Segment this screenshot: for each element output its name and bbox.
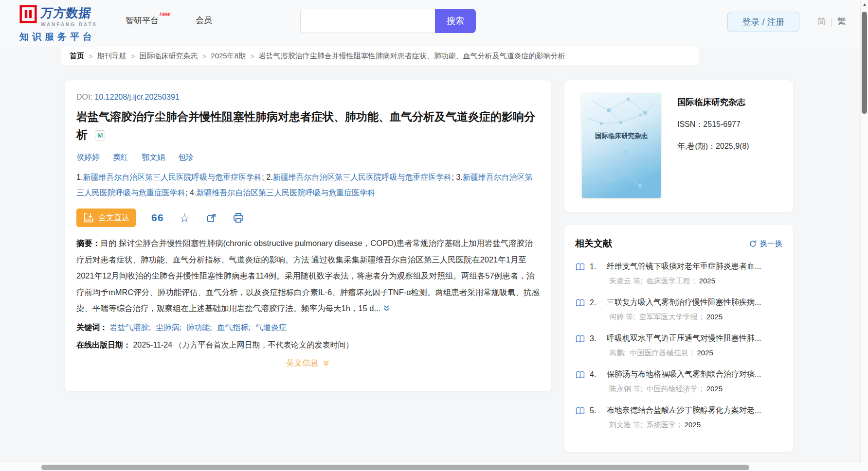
related-item-title[interactable]: 呼吸机双水平气道正压通气对慢性阻塞性肺...	[607, 333, 782, 344]
vertical-scrollbar[interactable]: ▲	[860, 0, 868, 463]
keyword-separator: ;	[179, 323, 181, 331]
new-badge: new	[160, 11, 170, 17]
related-item-title[interactable]: 布地奈德结合盐酸左沙丁胺醇雾化方案对老...	[607, 405, 782, 416]
related-item-year: 2025	[685, 420, 701, 429]
breadcrumb-item-issue[interactable]: 2025年8期	[211, 52, 246, 61]
share-export-icon[interactable]	[206, 212, 217, 224]
breadcrumb-separator: >	[202, 52, 207, 60]
print-icon[interactable]	[233, 212, 244, 224]
related-item-year: 2025	[706, 313, 723, 321]
fulltext-button[interactable]: free 全文直达	[76, 209, 136, 227]
vertical-scrollbar-thumb[interactable]	[862, 12, 867, 114]
related-item-source: 临床医学工程；	[647, 277, 698, 285]
lang-simplified[interactable]: 简	[817, 16, 826, 27]
brand-logo[interactable]: 万方数据 WANFANG DATA 知识服务平台	[19, 5, 97, 43]
related-item-meta: 何婷 等; 空军军医大学学报；2025	[609, 313, 782, 322]
nav-membership[interactable]: 会员	[196, 15, 212, 26]
related-item-title[interactable]: 三联复方吸入气雾剂治疗慢性阻塞性肺疾病...	[607, 297, 782, 308]
keywords-label: 关键词：	[76, 323, 108, 331]
scroll-up-arrow-icon[interactable]: ▲	[861, 2, 868, 7]
related-item-source: 中国药物经济学；	[647, 384, 705, 393]
breadcrumb-separator: >	[131, 52, 135, 60]
article-title-text: 岩盐气溶胶治疗尘肺合并慢性阻塞性肺病对患者症状、肺功能、血气分析及气道炎症的影响…	[76, 110, 535, 141]
abstract: 摘要：目的 探讨尘肺合并慢性阻塞性肺病(chronic obstructive …	[76, 235, 540, 318]
nav-zhiyan-platform[interactable]: 智研平台new	[126, 15, 169, 26]
keyword-separator: ;	[248, 323, 250, 331]
keyword-link[interactable]: 气道炎症	[255, 323, 287, 331]
related-item-authors: 陈永钢 等;	[609, 384, 642, 393]
related-articles-card: 相关文献 换一换 1. 纤维支气管镜下吸痰对老年重症肺炎患者血... 朱凌云 等…	[564, 225, 793, 452]
book-icon	[575, 334, 585, 343]
related-item-number: 1.	[590, 262, 602, 271]
breadcrumb-item-journal[interactable]: 国际临床研究杂志	[140, 52, 198, 61]
pubdate-label: 在线出版日期：	[76, 341, 131, 349]
affiliation-link[interactable]: 新疆维吾尔自治区第三人民医院呼吸与危重症医学科	[196, 189, 375, 197]
keyword-separator: ;	[148, 323, 150, 331]
journal-cover[interactable]: 国际临床研究杂志	[582, 93, 661, 198]
lang-traditional[interactable]: 繁	[837, 16, 846, 27]
refresh-label: 换一换	[760, 239, 783, 249]
breadcrumb-item-home[interactable]: 首页	[70, 52, 84, 61]
related-item-authors: 何婷 等;	[609, 313, 635, 321]
related-item-meta: 朱凌云 等; 临床医学工程；2025	[609, 277, 782, 286]
related-item-number: 4.	[590, 370, 602, 379]
favorite-star-icon[interactable]: ☆	[179, 212, 190, 224]
doi-label: DOI:	[76, 93, 94, 101]
affiliation-link[interactable]: 新疆维吾尔自治区第三人民医院呼吸与危重症医学科	[83, 173, 262, 181]
keyword-link[interactable]: 尘肺病	[156, 323, 179, 331]
search-input[interactable]	[300, 9, 435, 33]
fulltext-label: 全文直达	[98, 213, 129, 223]
journal-cover-title: 国际临床研究杂志	[595, 132, 648, 140]
related-item-source: 空军军医大学学报；	[639, 313, 705, 321]
article-card: DOI: 10.12208/j.ijcr.20250391 岩盐气溶胶治疗尘肺合…	[65, 80, 551, 391]
related-item-source: 中国医疗器械信息；	[630, 349, 696, 357]
refresh-icon	[749, 240, 757, 248]
login-register-button[interactable]: 登录 / 注册	[727, 12, 799, 32]
related-item-title[interactable]: 保肺汤与布地格福吸入气雾剂联合治疗对痰...	[607, 369, 782, 380]
journal-info-card: 国际临床研究杂志 国际临床研究杂志 ISSN：2515-6977 年,卷(期)：…	[564, 80, 793, 212]
search-button[interactable]: 搜索	[435, 9, 476, 33]
related-item-source: 系统医学；	[647, 420, 683, 429]
related-item-authors: 高鹏;	[609, 349, 626, 357]
related-item-year: 2025	[699, 277, 715, 285]
keyword-link[interactable]: 血气指标	[217, 323, 248, 331]
breadcrumb-separator: >	[89, 52, 93, 60]
wanfang-logo-icon	[19, 5, 37, 23]
related-item-title[interactable]: 纤维支气管镜下吸痰对老年重症肺炎患者血...	[607, 262, 782, 272]
pubdate-value: 2025-11-24	[133, 341, 172, 349]
author-link[interactable]: 侯婷婷	[76, 153, 100, 163]
affiliation-number: 1.	[76, 173, 83, 181]
doi-link[interactable]: 10.12208/j.ijcr.20250391	[94, 93, 179, 101]
horizontal-scrollbar[interactable]	[0, 463, 868, 471]
abstract-text: 目的 探讨尘肺合并慢性阻塞性肺病(chronic obstructive pul…	[76, 239, 540, 313]
english-info-label: 英文信息	[286, 358, 318, 367]
affiliation-separator: ;	[262, 173, 266, 181]
affiliation-list: 1.新疆维吾尔自治区第三人民医院呼吸与危重症医学科; 2.新疆维吾尔自治区第三人…	[76, 170, 540, 201]
refresh-related-button[interactable]: 换一换	[749, 239, 783, 249]
page: 万方数据 WANFANG DATA 知识服务平台 智研平台new 会员 搜索 登…	[0, 0, 868, 471]
affiliation-number: 4.	[190, 189, 196, 197]
expand-abstract-icon[interactable]	[382, 302, 391, 318]
related-item: 5. 布地奈德结合盐酸左沙丁胺醇雾化方案对老... 刘文雅 等; 系统医学；20…	[575, 405, 782, 430]
related-title: 相关文献	[575, 237, 612, 250]
affiliation-link[interactable]: 新疆维吾尔自治区第三人民医院呼吸与危重症医学科	[273, 173, 452, 181]
horizontal-scrollbar-thumb[interactable]	[41, 465, 749, 470]
citation-quote-icon[interactable]: 66	[151, 212, 163, 224]
keyword-link[interactable]: 岩盐气溶胶	[109, 323, 148, 331]
abstract-label: 摘要：	[76, 239, 101, 247]
article-title: 岩盐气溶胶治疗尘肺合并慢性阻塞性肺病对患者症状、肺功能、血气分析及气道炎症的影响…	[76, 108, 540, 144]
article-m-badge-icon[interactable]: M	[95, 130, 105, 140]
svg-text:free: free	[86, 218, 91, 221]
breadcrumb-item-article: 岩盐气溶胶治疗尘肺合并慢性阻塞性肺病对患者症状、肺功能、血气分析及气道炎症的影响…	[259, 52, 565, 61]
related-item-number: 2.	[590, 298, 602, 307]
free-download-icon: free	[83, 212, 94, 224]
affiliation-number: 2.	[266, 173, 272, 181]
journal-name[interactable]: 国际临床研究杂志	[677, 96, 749, 108]
breadcrumb-item-journal-nav[interactable]: 期刊导航	[97, 52, 127, 61]
english-info-toggle[interactable]: 英文信息	[76, 358, 540, 369]
keyword-link[interactable]: 肺功能	[186, 323, 210, 331]
author-link[interactable]: 鄂文娟	[142, 153, 165, 163]
author-link[interactable]: 窦红	[113, 153, 128, 163]
author-link[interactable]: 包珍	[178, 153, 194, 163]
pubdate-note: （万方平台首次上网日期，不代表论文的发表时间）	[175, 341, 354, 349]
